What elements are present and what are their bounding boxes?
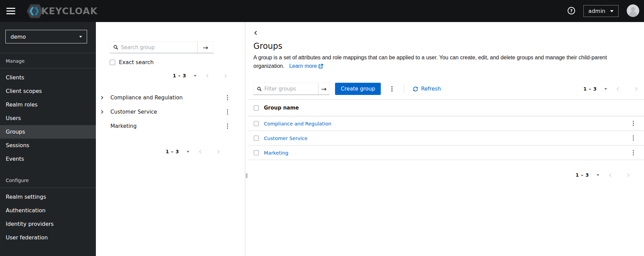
avatar[interactable] xyxy=(627,4,639,18)
tree-item-compliance-and-regulation[interactable]: Compliance and Regulation xyxy=(96,91,245,105)
angle-right-icon xyxy=(626,173,630,177)
realm-selector[interactable]: demo xyxy=(5,30,87,43)
tree-item-marketing[interactable]: Marketing xyxy=(96,119,245,133)
pagination-options-toggle[interactable] xyxy=(597,174,599,176)
pagination-next-button[interactable] xyxy=(216,150,221,154)
tree-item-kebab-menu[interactable] xyxy=(226,94,230,102)
exact-search-label: Exact search xyxy=(119,59,154,65)
group-link[interactable]: Compliance and Regulation xyxy=(264,121,331,126)
tree-pagination-bottom: 1 - 3 xyxy=(96,145,221,158)
sidebar-item-user-federation[interactable]: User federation xyxy=(0,231,96,244)
user-menu-dropdown[interactable]: admin xyxy=(583,5,619,17)
chevron-down-icon xyxy=(194,75,196,77)
groups-table: Group name Compliance and Regulation Cus… xyxy=(248,99,644,160)
row-kebab-menu[interactable] xyxy=(631,119,636,127)
row-checkbox[interactable] xyxy=(254,136,259,141)
pagination-prev-button[interactable] xyxy=(205,74,210,78)
sidebar-item-events[interactable]: Events xyxy=(0,152,96,166)
pagination-options-toggle[interactable] xyxy=(604,88,607,90)
refresh-label: Refresh xyxy=(421,86,441,92)
exact-search-checkbox[interactable] xyxy=(110,60,115,65)
group-link[interactable]: Marketing xyxy=(264,150,288,156)
group-link[interactable]: Customer Service xyxy=(264,136,308,141)
select-all-checkbox[interactable] xyxy=(254,105,259,111)
groups-toolbar: → Create group Refresh 1 - 3 xyxy=(248,82,644,95)
pagination-options-toggle[interactable] xyxy=(187,151,189,153)
expand-toggle-button[interactable] xyxy=(99,110,110,114)
chevron-down-icon xyxy=(604,88,607,90)
sidebar-item-authentication[interactable]: Authentication xyxy=(0,204,96,217)
row-kebab-menu[interactable] xyxy=(631,134,636,142)
sidebar-item-realm-roles[interactable]: Realm roles xyxy=(0,98,96,112)
pagination-next-button[interactable] xyxy=(223,74,228,78)
configure-nav-list: Realm settings Authentication Identity p… xyxy=(0,188,96,244)
sidebar-item-clients[interactable]: Clients xyxy=(0,71,96,84)
angle-left-icon xyxy=(608,173,612,177)
tree-item-kebab-menu[interactable] xyxy=(226,122,230,130)
sidebar-item-sessions[interactable]: Sessions xyxy=(0,139,96,152)
filter-groups-input[interactable] xyxy=(264,86,318,92)
angle-left-icon xyxy=(205,74,210,78)
pagination-prev-button[interactable] xyxy=(608,173,612,177)
pagination-range: 1 - 3 xyxy=(583,86,597,92)
sidebar-item-client-scopes[interactable]: Client scopes xyxy=(0,84,96,98)
sidebar-item-identity-providers[interactable]: Identity providers xyxy=(0,217,96,231)
sidebar-item-groups[interactable]: Groups xyxy=(0,125,96,139)
table-pagination-bottom: 1 - 3 xyxy=(248,169,630,181)
sidebar-item-realm-settings[interactable]: Realm settings xyxy=(0,190,96,204)
chevron-down-icon xyxy=(79,36,82,38)
group-search: → xyxy=(110,41,214,53)
table-header-row: Group name xyxy=(248,99,644,116)
keycloak-logo: KEYCLOAK xyxy=(26,4,98,18)
filter-submit-button[interactable]: → xyxy=(318,83,329,95)
arrow-right-icon: → xyxy=(321,85,327,93)
angle-right-icon xyxy=(634,87,638,91)
panel-resize-handle[interactable] xyxy=(245,22,248,256)
angle-right-icon xyxy=(216,150,221,154)
search-submit-button[interactable]: → xyxy=(197,42,213,53)
group-tree-list: Compliance and Regulation Customer Servi… xyxy=(96,91,245,133)
tree-item-label: Compliance and Regulation xyxy=(110,95,226,101)
learn-more-link[interactable]: Learn more xyxy=(289,63,324,69)
collapse-drawer-button[interactable] xyxy=(253,31,258,36)
nav-toggle-button[interactable] xyxy=(6,8,15,15)
pagination-next-button[interactable] xyxy=(634,87,638,91)
search-icon xyxy=(257,86,262,92)
page-description: A group is a set of attributes and role … xyxy=(253,53,641,71)
realm-name: demo xyxy=(11,34,26,40)
expand-toggle-button[interactable] xyxy=(99,96,110,100)
column-header-group-name: Group name xyxy=(262,105,618,111)
angle-left-icon xyxy=(253,31,258,35)
row-checkbox[interactable] xyxy=(254,150,259,155)
sidebar: demo Manage Clients Client scopes Realm … xyxy=(0,22,96,256)
toolbar-kebab-menu[interactable] xyxy=(390,85,394,93)
row-checkbox[interactable] xyxy=(254,121,259,126)
nav-section-manage: Manage xyxy=(0,53,96,68)
tree-item-customer-service[interactable]: Customer Service xyxy=(96,105,245,119)
masthead: KEYCLOAK ? admin xyxy=(0,0,644,22)
pagination-prev-button[interactable] xyxy=(616,87,620,91)
angle-right-icon xyxy=(100,96,104,100)
table-row: Marketing xyxy=(248,145,644,160)
nav-section-configure: Configure xyxy=(0,173,96,188)
angle-left-icon xyxy=(616,87,620,91)
filter-groups-search: → xyxy=(253,83,330,95)
search-group-input[interactable] xyxy=(121,44,197,51)
refresh-button[interactable]: Refresh xyxy=(413,86,441,92)
row-kebab-menu[interactable] xyxy=(631,149,636,157)
divider xyxy=(404,85,404,93)
chevron-down-icon xyxy=(610,10,614,12)
refresh-icon xyxy=(413,86,418,92)
create-group-button[interactable]: Create group xyxy=(335,83,381,95)
sidebar-item-users[interactable]: Users xyxy=(0,112,96,125)
help-button[interactable]: ? xyxy=(567,7,575,16)
pagination-range: 1 - 3 xyxy=(173,73,186,78)
manage-nav-list: Clients Client scopes Realm roles Users … xyxy=(0,68,96,166)
pagination-prev-button[interactable] xyxy=(198,150,203,154)
help-icon: ? xyxy=(567,7,575,15)
hamburger-icon xyxy=(6,8,15,9)
pagination-next-button[interactable] xyxy=(626,173,630,177)
arrow-right-icon: → xyxy=(203,44,208,51)
tree-item-kebab-menu[interactable] xyxy=(226,108,230,116)
pagination-options-toggle[interactable] xyxy=(194,75,196,77)
